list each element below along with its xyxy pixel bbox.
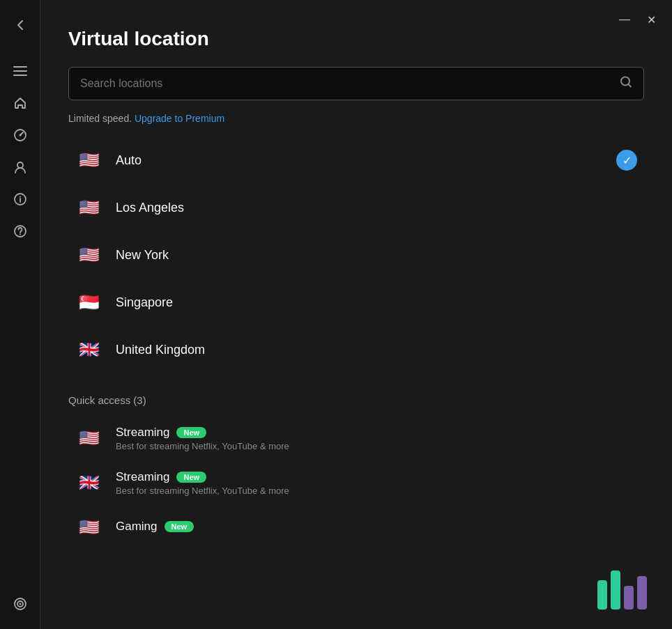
svg-point-5	[17, 162, 23, 168]
home-icon[interactable]	[8, 91, 33, 116]
location-item-new-york[interactable]: 🇺🇸 New York	[68, 231, 644, 279]
flag-singapore: 🇸🇬	[75, 288, 103, 316]
svg-rect-1	[13, 70, 27, 72]
flag-los-angeles: 🇺🇸	[75, 194, 103, 222]
target-icon[interactable]	[8, 591, 33, 616]
svg-point-4	[19, 134, 21, 137]
flag-quick-streaming-us: 🇺🇸	[75, 424, 103, 452]
back-button[interactable]	[8, 13, 33, 38]
bar-3	[624, 586, 634, 609]
quick-item-title-streaming-us: Streaming	[116, 426, 169, 440]
selected-check-auto: ✓	[616, 150, 637, 171]
flag-auto: 🇺🇸	[75, 146, 103, 174]
flag-quick-gaming-us: 🇺🇸	[75, 513, 103, 541]
flag-quick-streaming-uk: 🇬🇧	[75, 469, 103, 497]
location-item-singapore[interactable]: 🇸🇬 Singapore	[68, 279, 644, 326]
location-item-los-angeles[interactable]: 🇺🇸 Los Angeles	[68, 184, 644, 231]
svg-point-12	[19, 603, 21, 605]
quick-item-title-row-streaming-us: Streaming New	[116, 426, 289, 440]
new-badge-streaming-us: New	[176, 427, 206, 438]
quick-item-info-streaming-uk: Streaming New Best for streaming Netflix…	[116, 470, 289, 496]
quick-item-desc-streaming-us: Best for streaming Netflix, YouTube & mo…	[116, 441, 289, 451]
quick-item-desc-streaming-uk: Best for streaming Netflix, YouTube & mo…	[116, 486, 289, 496]
upgrade-link[interactable]: Upgrade to Premium	[135, 113, 224, 124]
bar-4	[637, 576, 647, 609]
svg-rect-2	[13, 75, 27, 76]
location-name-auto: Auto	[116, 153, 142, 168]
location-name-united-kingdom: United Kingdom	[116, 343, 205, 357]
window-controls: — ✕	[618, 13, 658, 26]
main-content: — ✕ Virtual location Limited speed. Upgr…	[40, 0, 672, 629]
page-title: Virtual location	[68, 28, 644, 50]
location-item-auto[interactable]: 🇺🇸 Auto ✓	[68, 137, 644, 184]
flag-new-york: 🇺🇸	[75, 241, 103, 269]
bar-1	[597, 580, 607, 609]
speed-notice: Limited speed. Upgrade to Premium	[68, 113, 644, 124]
bar-2	[611, 570, 620, 609]
close-button[interactable]: ✕	[644, 13, 658, 26]
location-name-los-angeles: Los Angeles	[116, 201, 184, 215]
location-list: 🇺🇸 Auto ✓ 🇺🇸 Los Angeles 🇺🇸 New York 🇸🇬 …	[68, 137, 644, 373]
quick-access-list: 🇺🇸 Streaming New Best for streaming Netf…	[68, 416, 644, 550]
location-item-united-kingdom[interactable]: 🇬🇧 United Kingdom	[68, 326, 644, 373]
quick-item-streaming-us[interactable]: 🇺🇸 Streaming New Best for streaming Netf…	[68, 416, 644, 460]
location-name-new-york: New York	[116, 248, 169, 263]
menu-icon[interactable]	[8, 59, 33, 84]
help-icon[interactable]	[8, 219, 33, 244]
search-icon	[619, 75, 633, 93]
account-icon[interactable]	[8, 155, 33, 180]
quick-item-title-streaming-uk: Streaming	[116, 470, 169, 484]
svg-rect-0	[13, 66, 27, 68]
quick-item-streaming-uk[interactable]: 🇬🇧 Streaming New Best for streaming Netf…	[68, 460, 644, 505]
quick-item-info-streaming-us: Streaming New Best for streaming Netflix…	[116, 426, 289, 451]
quick-item-gaming-us[interactable]: 🇺🇸 Gaming New	[68, 505, 644, 550]
sidebar	[0, 0, 40, 629]
speed-icon[interactable]	[8, 123, 33, 148]
logo-bars	[597, 570, 647, 609]
quick-access-header: Quick access (3)	[68, 394, 644, 406]
new-badge-streaming-uk: New	[176, 472, 206, 483]
search-input[interactable]	[68, 67, 644, 100]
quick-item-title-gaming-us: Gaming	[116, 520, 158, 534]
bottom-logo	[597, 570, 647, 609]
info-icon[interactable]	[8, 187, 33, 212]
quick-item-title-row-streaming-uk: Streaming New	[116, 470, 289, 484]
quick-item-info-gaming-us: Gaming New	[116, 520, 194, 535]
flag-united-kingdom: 🇬🇧	[75, 336, 103, 364]
svg-point-7	[20, 196, 21, 198]
new-badge-gaming-us: New	[165, 521, 194, 532]
location-name-singapore: Singapore	[116, 295, 173, 310]
svg-point-9	[20, 234, 21, 235]
search-container	[68, 67, 644, 100]
minimize-button[interactable]: —	[618, 13, 632, 26]
quick-item-title-row-gaming-us: Gaming New	[116, 520, 194, 534]
